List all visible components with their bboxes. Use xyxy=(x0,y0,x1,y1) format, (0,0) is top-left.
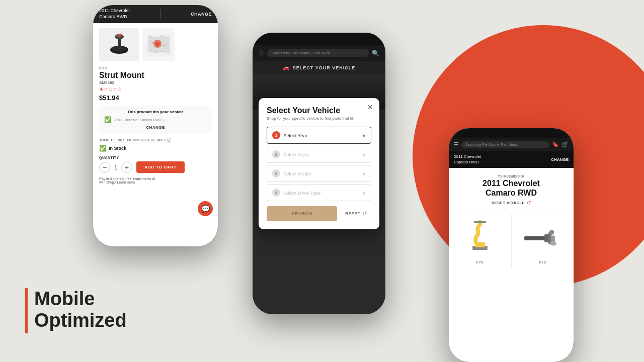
select-drive-left: 4 Select Drive Type xyxy=(272,189,320,197)
select-make-left: 2 Select Make xyxy=(272,150,309,158)
phone-left-screen: 2011 Chevrolet Camaro RWD CHANGE xyxy=(93,5,218,246)
car-icon: 🚗 xyxy=(283,64,290,71)
select-year-row[interactable]: 1 Select Year ∨ xyxy=(267,127,371,144)
map-icon xyxy=(146,34,172,56)
add-to-cart-button[interactable]: ADD TO CART xyxy=(136,161,185,173)
fits-title: This product fits your vehicle xyxy=(104,110,207,114)
select-model-label: Select Model xyxy=(283,171,311,176)
chevron-down-icon-4: ∨ xyxy=(362,190,366,196)
search-placeholder: Search by Part Name, Part Num... xyxy=(465,143,519,146)
reset-label: RESET xyxy=(345,211,360,216)
select-make-row[interactable]: 2 Select Make ∨ xyxy=(267,146,371,163)
select-make-number: 2 xyxy=(272,150,280,158)
svg-rect-12 xyxy=(524,236,546,240)
modal-close-button[interactable]: ✕ xyxy=(367,103,373,111)
product-image-secondary[interactable] xyxy=(142,28,175,61)
notch xyxy=(491,130,531,137)
header-vehicle-info: 2011 Chevrolet Camaro RWD xyxy=(99,8,130,20)
phone-right-screen: ☰ Search by Part Name, Part Num... 🔖 🛒 2… xyxy=(449,128,574,362)
fits-change-link[interactable]: CHANGE xyxy=(104,125,207,130)
vehicle-bar-label: SELECT YOUR VEHICLE xyxy=(293,65,355,70)
reset-button[interactable]: RESET ↺ xyxy=(341,206,371,221)
product-1-image xyxy=(460,218,500,258)
product-name: Strut Mount xyxy=(93,71,218,80)
bookmark-icon[interactable]: 🔖 xyxy=(552,141,559,148)
hamburger-icon[interactable]: ☰ xyxy=(259,50,264,57)
top-icons: 🔖 🛒 xyxy=(552,141,569,148)
select-year-left: 1 Select Year xyxy=(272,131,307,139)
vehicle-selection-bar[interactable]: 🚗 SELECT YOUR VEHICLE xyxy=(253,61,385,74)
reset-vehicle-label[interactable]: RESET VEHICLE xyxy=(492,201,525,205)
vehicle-info: 2011 Chevrolet Camaro RWD xyxy=(454,154,481,165)
search-bar[interactable]: Search by Part Name, Part Num... xyxy=(461,141,549,148)
product-2-brand: KYB xyxy=(539,260,546,264)
chevron-down-icon-3: ∨ xyxy=(362,171,366,176)
jump-link[interactable]: JUMP TO PART NUMBERS & DETAILS ⓘ xyxy=(93,138,218,143)
phone-center-notch xyxy=(253,33,385,45)
quantity-row: − 1 + ADD TO CART xyxy=(99,161,212,173)
mobile-optimized-heading: Mobile Optimized xyxy=(25,288,127,332)
select-make-label: Select Make xyxy=(283,152,309,157)
product-price: $51.94 xyxy=(93,94,218,102)
phone-center: ☰ Search by Part Name, Part Num... 🔍 🚗 S… xyxy=(253,33,385,314)
select-drive-label: Select Drive Type xyxy=(283,190,320,196)
select-drive-number: 4 xyxy=(272,189,280,197)
quantity-section: QUANTITY − 1 + ADD TO CART xyxy=(93,154,218,175)
reset-vehicle-row: RESET VEHICLE ↺ xyxy=(454,200,569,206)
change-vehicle-button[interactable]: CHANGE xyxy=(551,157,569,162)
strut-assembly-icon xyxy=(522,226,562,251)
header-divider xyxy=(160,9,160,19)
product-images xyxy=(93,23,218,64)
product-image-main[interactable] xyxy=(99,28,139,61)
fits-check-icon: ✅ xyxy=(104,116,112,123)
quantity-value: 1 xyxy=(114,164,117,170)
fits-vehicle-text: 2011 Chevrolet Camaro RWD | xyxy=(114,118,165,122)
notch xyxy=(296,35,342,43)
phone-right-top-bar: ☰ Search by Part Name, Part Num... 🔖 🛒 xyxy=(449,138,574,151)
product-card-1[interactable]: KYB xyxy=(449,214,511,268)
search-bar-text: Search by Part Name, Part Num... xyxy=(272,51,333,55)
in-stock-icon: ✅ xyxy=(99,145,107,152)
select-year-number: 1 xyxy=(272,131,280,139)
product-sku: SM5582 xyxy=(93,80,218,85)
svg-point-17 xyxy=(550,242,556,246)
product-card-2[interactable]: KYB xyxy=(512,214,574,268)
product-grid: KYB KYB xyxy=(449,214,574,268)
vehicle-fit-box: This product fits your vehicle ✅ 2011 Ch… xyxy=(99,106,212,134)
results-vehicle: 2011 Chevrolet Camaro RWD xyxy=(454,178,569,198)
spring-icon xyxy=(460,218,500,258)
quantity-decrease-button[interactable]: − xyxy=(99,162,110,173)
top-bar-icons: 🔍 xyxy=(372,50,379,57)
reset-vehicle-icon: ↺ xyxy=(527,200,531,206)
results-count: 58 Results For xyxy=(454,174,569,178)
select-year-label: Select Year xyxy=(283,133,307,138)
vehicle-bar: 2011 Chevrolet Camaro RWD CHANGE xyxy=(449,151,574,168)
header-change-button[interactable]: CHANGE xyxy=(191,12,212,17)
search-button[interactable]: SEARCH xyxy=(267,206,337,221)
product-2-image xyxy=(522,218,562,258)
select-model-row[interactable]: 3 Select Model ∨ xyxy=(267,165,371,182)
in-stock-text: In Stock xyxy=(109,146,126,151)
vehicle-select-modal: ✕ Select Your Vehicle Shop for your spec… xyxy=(259,98,379,229)
modal-subtitle: Shop for your specific vehicle to find p… xyxy=(267,116,371,121)
chat-bubble-button[interactable]: 💬 xyxy=(198,201,213,216)
in-stock-row: ✅ In Stock xyxy=(93,143,218,154)
shoppay-text: Pay in 4 interest-free installments of w… xyxy=(93,175,218,186)
results-header: 58 Results For 2011 Chevrolet Camaro RWD… xyxy=(449,168,574,210)
phone-center-screen: ☰ Search by Part Name, Part Num... 🔍 🚗 S… xyxy=(253,33,385,314)
phone-right: ☰ Search by Part Name, Part Num... 🔖 🛒 2… xyxy=(449,128,574,362)
modal-title: Select Your Vehicle xyxy=(267,106,371,115)
select-model-number: 3 xyxy=(272,169,280,177)
select-drive-row[interactable]: 4 Select Drive Type ∨ xyxy=(267,184,371,201)
quantity-increase-button[interactable]: + xyxy=(121,162,132,173)
phone-right-notch xyxy=(449,128,574,138)
cart-icon[interactable]: 🛒 xyxy=(561,141,569,148)
search-icon[interactable]: 🔍 xyxy=(372,50,379,57)
strut-mount-icon xyxy=(106,31,133,58)
product-1-brand: KYB xyxy=(476,260,484,264)
chevron-down-icon-2: ∨ xyxy=(362,152,366,157)
hamburger-icon[interactable]: ☰ xyxy=(454,141,459,148)
phone-left: 2011 Chevrolet Camaro RWD CHANGE xyxy=(93,5,218,246)
phone-left-header: 2011 Chevrolet Camaro RWD CHANGE xyxy=(93,5,218,23)
search-bar[interactable]: Search by Part Name, Part Num... xyxy=(267,49,369,57)
